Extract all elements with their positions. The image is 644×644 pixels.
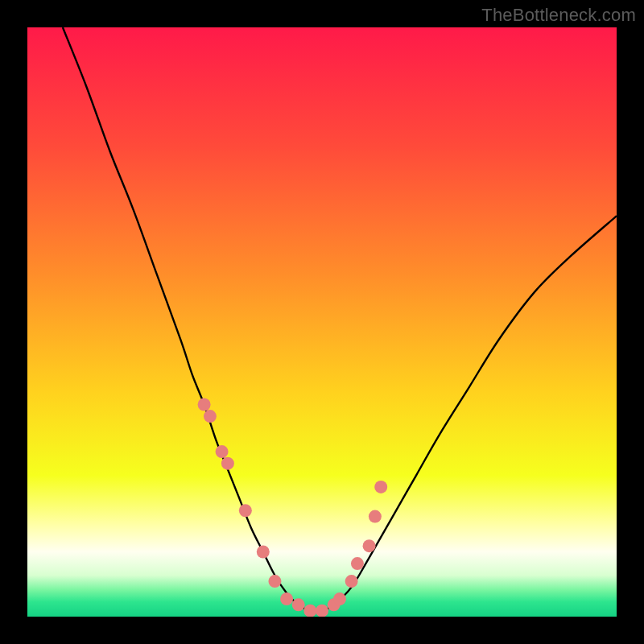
marker-dot [239,504,252,517]
plot-area [27,27,617,617]
gradient-bg [27,27,617,617]
marker-dot [374,481,387,493]
marker-dot [345,575,358,588]
marker-dot [221,457,234,470]
marker-dot [198,398,211,411]
marker-dot [204,410,217,423]
marker-dot [216,445,229,458]
marker-dot [333,592,346,605]
marker-dot [303,605,316,617]
outer-frame: TheBottleneck.com [0,0,644,644]
marker-dot [351,557,364,570]
marker-dot [316,605,328,617]
chart-svg [27,27,617,617]
marker-dot [257,545,270,558]
marker-dot [268,575,281,588]
marker-dot [363,539,376,552]
marker-dot [369,510,382,523]
marker-dot [280,592,293,605]
marker-dot [292,598,305,611]
watermark-text: TheBottleneck.com [481,5,636,26]
